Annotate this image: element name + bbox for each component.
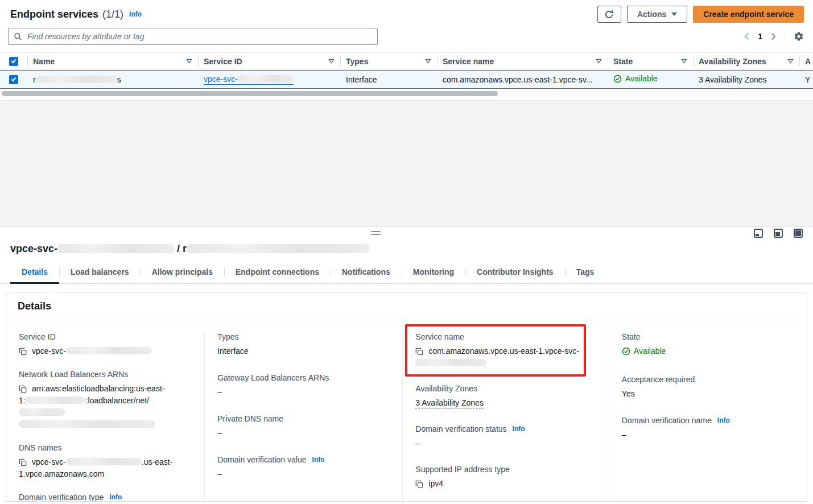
split-panel-title: vpce-svc- / r [0, 239, 813, 257]
search-box[interactable] [8, 28, 378, 45]
tab-details[interactable]: Details [10, 262, 59, 283]
field-service-name-highlighted: Service name com.amazonaws.vpce.us-east-… [405, 324, 586, 377]
page-number[interactable]: 1 [758, 32, 762, 41]
select-all-checkbox[interactable] [9, 57, 18, 66]
details-column-2: Types Interface Gateway Load Balancers A… [204, 332, 402, 502]
info-link[interactable]: Info [717, 415, 730, 425]
table-toolbar: 1 [0, 22, 813, 46]
field-supported-ip-type: Supported IP address type ipv4 [415, 464, 599, 490]
cell-service-name: com.amazonaws.vpce.us-east-1.vpce-sv... [437, 75, 608, 84]
refresh-button[interactable] [597, 6, 621, 23]
sort-icon [420, 59, 431, 64]
sort-icon [676, 59, 687, 64]
service-id-link[interactable]: vpce-svc- [204, 75, 294, 85]
table-row[interactable]: rs vpce-svc- Interface com.amazonaws.vpc… [0, 70, 813, 89]
pagination: 1 [744, 30, 804, 43]
panel-position-bottom-icon[interactable] [754, 229, 763, 238]
sort-icon [591, 59, 602, 64]
copy-icon[interactable] [19, 458, 27, 466]
copy-icon[interactable] [415, 348, 423, 356]
info-link[interactable]: Info [513, 424, 525, 434]
tab-monitoring[interactable]: Monitoring [402, 262, 465, 283]
copy-icon[interactable] [19, 385, 27, 393]
horizontal-scrollbar[interactable] [0, 90, 813, 97]
endpoint-services-table: Name Service ID Types Service name [0, 52, 813, 100]
field-acceptance-required: Acceptance required Yes [622, 374, 797, 400]
redacted-text [57, 244, 174, 253]
redacted-text [66, 347, 151, 354]
field-private-dns-name: Private DNS name – [217, 414, 392, 439]
column-header-service-name[interactable]: Service name [437, 53, 608, 69]
info-link[interactable]: Info [312, 455, 325, 465]
tab-tags[interactable]: Tags [565, 262, 606, 283]
info-link[interactable]: Info [109, 492, 122, 502]
aws-console-endpoint-services: Endpoint services (1/1) Info Actions Cre… [0, 0, 813, 504]
column-header-service-id[interactable]: Service ID [198, 53, 340, 69]
field-service-id: Service ID vpce-svc- [19, 332, 194, 357]
content-background [0, 100, 813, 226]
next-page-icon[interactable] [771, 32, 776, 40]
column-header-types[interactable]: Types [340, 53, 437, 69]
actions-button[interactable]: Actions [627, 6, 687, 23]
cell-name: rs [27, 75, 198, 84]
tab-endpoint-connections[interactable]: Endpoint connections [224, 262, 331, 283]
redacted-text [238, 75, 294, 82]
resource-list-pane: Endpoint services (1/1) Info Actions Cre… [0, 0, 813, 226]
redacted-text [36, 76, 117, 83]
page-title: Endpoint services [10, 9, 98, 20]
horizontal-scrollbar-thumb[interactable] [2, 91, 498, 96]
details-card-heading: Details [6, 292, 807, 320]
column-header-name[interactable]: Name [27, 53, 198, 69]
redacted-text [415, 359, 487, 366]
column-header-state[interactable]: State [608, 53, 693, 69]
settings-gear-icon[interactable] [794, 31, 804, 42]
search-input[interactable] [26, 31, 372, 42]
info-link[interactable]: Info [129, 10, 142, 18]
status-badge: Available [625, 74, 658, 83]
resource-count: (1/1) [102, 9, 123, 20]
previous-page-icon[interactable] [744, 32, 749, 40]
copy-icon[interactable] [415, 480, 423, 488]
field-domain-verification-value: Domain verification valueInfo – [217, 455, 392, 480]
sort-icon [324, 59, 335, 64]
split-panel: vpce-svc- / r Details Load balancers All… [0, 226, 813, 502]
status-badge: Available [634, 345, 666, 357]
redacted-text [26, 396, 86, 404]
field-domain-verification-name: Domain verification nameInfo – [622, 415, 797, 441]
details-column-1: Service ID vpce-svc- Network Load Balanc… [6, 332, 204, 502]
panel-position-full-icon[interactable] [794, 229, 803, 238]
redacted-text [66, 458, 142, 465]
sort-icon [181, 59, 192, 64]
redacted-text [19, 420, 155, 428]
tab-load-balancers[interactable]: Load balancers [59, 262, 141, 283]
cell-types: Interface [340, 75, 437, 84]
table-header-row: Name Service ID Types Service name [0, 52, 813, 70]
cell-availability-zones: 3 Availability Zones [693, 75, 799, 84]
row-checkbox[interactable] [9, 75, 18, 84]
panel-position-side-icon[interactable] [774, 229, 783, 238]
tab-allow-principals[interactable]: Allow principals [141, 262, 224, 283]
redacted-text [187, 244, 370, 253]
tab-contributor-insights[interactable]: Contributor Insights [465, 262, 565, 283]
resize-handle-icon[interactable] [371, 231, 381, 237]
check-circle-icon [613, 75, 622, 83]
column-header-acceptance[interactable]: A [799, 53, 813, 69]
tab-notifications[interactable]: Notifications [331, 262, 402, 283]
actions-button-label: Actions [637, 10, 666, 19]
column-header-availability-zones[interactable]: Availability Zones [693, 53, 799, 69]
cell-acceptance: Y [799, 75, 813, 84]
field-domain-verification-status: Domain verification statusInfo – [415, 424, 599, 449]
field-types: Types Interface [217, 332, 392, 357]
page-header: Endpoint services (1/1) Info Actions Cre… [0, 0, 813, 22]
create-endpoint-service-button[interactable]: Create endpoint service [693, 6, 804, 23]
detail-tabs: Details Load balancers Allow principals … [0, 262, 813, 284]
availability-zones-popover-trigger[interactable]: 3 Availability Zones [699, 75, 767, 84]
select-all-cell [0, 53, 27, 69]
split-panel-bar [0, 226, 813, 239]
header-actions: Actions Create endpoint service [597, 6, 804, 23]
sort-icon [783, 59, 794, 64]
toolbar-divider [785, 30, 785, 43]
copy-icon[interactable] [19, 348, 27, 356]
create-button-label: Create endpoint service [703, 10, 794, 19]
availability-zones-popover-trigger[interactable]: 3 Availability Zones [415, 398, 484, 408]
